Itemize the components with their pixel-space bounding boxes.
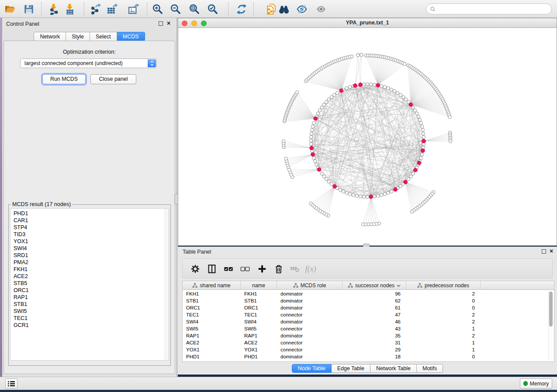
mcds-result-item[interactable]: STP4 xyxy=(14,224,169,231)
graph-node[interactable] xyxy=(327,180,330,183)
cell[interactable]: 1 xyxy=(406,346,481,353)
cell[interactable]: TEC1 xyxy=(241,311,277,318)
deselect-all-icon[interactable] xyxy=(239,263,252,275)
cell[interactable]: 0 xyxy=(406,353,481,360)
graph-node[interactable] xyxy=(339,188,342,191)
cell[interactable]: 0 xyxy=(406,304,481,311)
graph-node[interactable] xyxy=(421,128,424,131)
delete-table-icon[interactable] xyxy=(288,263,301,275)
cell[interactable]: 31 xyxy=(343,339,406,346)
graph-node[interactable] xyxy=(356,53,360,56)
column-header-name[interactable]: name xyxy=(241,281,277,290)
graph-node[interactable] xyxy=(366,195,369,198)
graph-node[interactable] xyxy=(284,157,287,160)
delete-columns-icon[interactable] xyxy=(272,263,285,275)
graph-node[interactable] xyxy=(366,83,369,86)
table-row[interactable]: YOX1YOX1connector291 xyxy=(183,346,547,353)
mcds-result-item[interactable]: PMA2 xyxy=(14,259,169,266)
graph-node[interactable] xyxy=(383,193,386,196)
cell[interactable]: STB1 xyxy=(241,297,277,304)
graph-node[interactable] xyxy=(420,125,423,128)
mcds-result-item[interactable]: TID3 xyxy=(14,231,169,238)
mcds-result-item[interactable]: TEC1 xyxy=(14,315,169,322)
mcds-result-item[interactable]: SWI5 xyxy=(14,308,169,315)
network-window-titlebar[interactable]: YPA_prune.txt_1 xyxy=(178,18,557,28)
graph-node[interactable] xyxy=(419,121,422,124)
graph-node[interactable] xyxy=(296,91,299,94)
graph-node[interactable] xyxy=(348,86,351,89)
memory-button[interactable]: Memory xyxy=(520,378,552,389)
cell[interactable]: FKH1 xyxy=(241,290,277,297)
graph-node[interactable] xyxy=(320,172,323,175)
cell[interactable]: PHD1 xyxy=(241,353,277,360)
float-panel-icon[interactable] xyxy=(159,21,163,26)
run-mcds-button[interactable]: Run MCDS xyxy=(42,74,86,84)
cell[interactable]: SWI4 xyxy=(183,318,241,325)
graph-node[interactable] xyxy=(309,139,312,142)
tab-mcds[interactable]: MCDS xyxy=(117,32,145,41)
cell[interactable]: ACE2 xyxy=(241,339,277,346)
function-builder-icon[interactable]: f(x) xyxy=(304,263,317,275)
graph-node[interactable] xyxy=(373,195,376,198)
cell[interactable]: FKH1 xyxy=(183,290,241,297)
task-history-button[interactable] xyxy=(5,378,17,389)
graph-hub-node[interactable] xyxy=(376,83,380,87)
graph-node[interactable] xyxy=(320,106,323,109)
table-row[interactable]: ACE2ACE2connector311 xyxy=(183,339,547,346)
cell[interactable]: STB1 xyxy=(183,297,241,304)
mcds-result-item[interactable]: STB1 xyxy=(14,301,169,308)
cell[interactable]: connector xyxy=(277,346,343,353)
graph-hub-node[interactable] xyxy=(422,139,426,143)
graph-node[interactable] xyxy=(310,142,313,145)
graph-node[interactable] xyxy=(417,115,420,118)
tab-motifs[interactable]: Motifs xyxy=(417,364,443,373)
mcds-result-item[interactable]: ACE2 xyxy=(14,273,169,280)
cell[interactable]: YOX1 xyxy=(241,346,277,353)
column-header-predecessor-nodes[interactable]: predecessor nodes xyxy=(406,281,481,290)
graph-node[interactable] xyxy=(449,140,452,143)
graph-node[interactable] xyxy=(422,135,425,138)
import-table-icon[interactable] xyxy=(63,2,77,16)
network-canvas[interactable] xyxy=(178,28,557,245)
cell[interactable]: dominator xyxy=(277,332,343,339)
refresh-icon[interactable] xyxy=(235,2,249,16)
graph-node[interactable] xyxy=(312,156,315,159)
graph-node[interactable] xyxy=(407,178,410,181)
graph-node[interactable] xyxy=(322,175,325,178)
tab-edge-table[interactable]: Edge Table xyxy=(332,364,370,373)
table-row[interactable]: FKH1FKH1dominator962 xyxy=(183,290,547,297)
cell[interactable]: connector xyxy=(277,325,343,332)
mcds-result-item[interactable]: SRD1 xyxy=(14,252,169,259)
cell[interactable]: 2 xyxy=(406,332,481,339)
graph-hub-node[interactable] xyxy=(413,168,417,172)
table-row[interactable]: STB1STB1dominator620 xyxy=(183,297,547,304)
close-panel-button[interactable]: Close panel xyxy=(90,74,136,84)
zoom-out-icon[interactable] xyxy=(169,2,183,16)
tab-node-table[interactable]: Node Table xyxy=(292,364,332,373)
graph-node[interactable] xyxy=(380,84,383,87)
graph-node[interactable] xyxy=(322,103,325,106)
graph-node[interactable] xyxy=(330,96,333,99)
graph-node[interactable] xyxy=(310,132,313,135)
graph-node[interactable] xyxy=(345,191,348,194)
mcds-result-item[interactable]: SWI4 xyxy=(14,245,169,252)
network-graph[interactable] xyxy=(178,28,557,245)
cell[interactable]: ORC1 xyxy=(183,304,241,311)
graph-node[interactable] xyxy=(369,83,372,86)
zoom-selected-icon[interactable] xyxy=(206,2,220,16)
graph-node[interactable] xyxy=(420,153,423,156)
float-table-panel-icon[interactable] xyxy=(542,249,546,254)
cell[interactable]: RAP1 xyxy=(183,332,241,339)
graph-node[interactable] xyxy=(413,109,416,112)
table-row[interactable]: PHD1PHD1dominator180 xyxy=(183,353,547,360)
graph-node[interactable] xyxy=(330,182,333,186)
tab-style[interactable]: Style xyxy=(66,32,90,41)
show-columns-icon[interactable] xyxy=(205,263,218,275)
graph-hub-node[interactable] xyxy=(417,161,421,165)
settings-gear-icon[interactable] xyxy=(189,263,202,275)
zoom-fit-icon[interactable] xyxy=(187,2,201,16)
graph-node[interactable] xyxy=(415,112,418,115)
graph-node[interactable] xyxy=(332,93,336,96)
cell[interactable]: SWI5 xyxy=(183,325,241,332)
cell[interactable]: 2 xyxy=(406,290,481,297)
